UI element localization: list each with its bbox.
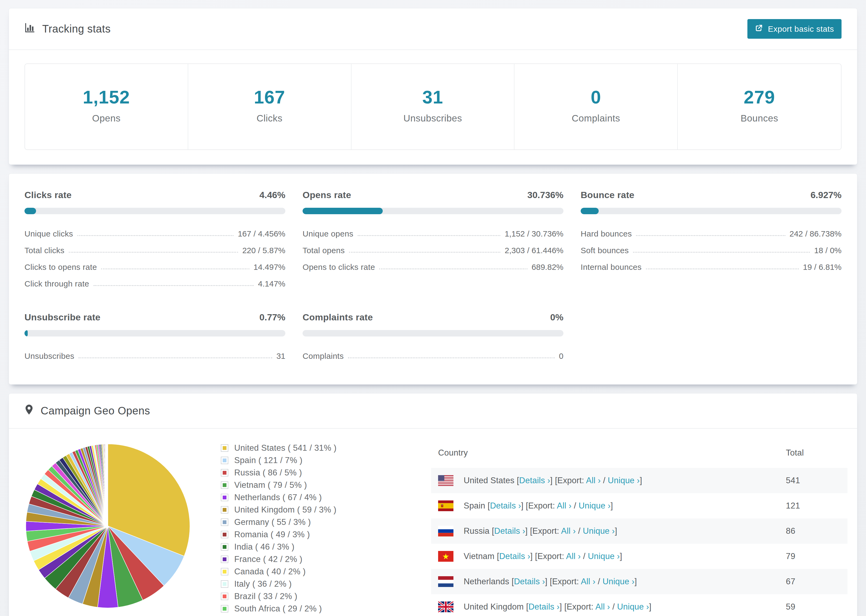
tracking-stats-body: 1,152Opens167Clicks31Unsubscribes0Compla… [9,50,857,165]
geo-total-cell: 67 [779,569,847,594]
export-all-link[interactable]: All › [561,526,576,536]
stat-value: 0 [517,86,674,107]
metric-row: Unique clicks167 / 4.456% [24,225,285,242]
details-link[interactable]: Details › [494,526,526,536]
rate-block-complaints-rate: Complaints rate0%Complaints0 [302,312,564,365]
legend-swatch [221,519,228,525]
metric-leader [636,235,785,236]
country-name: Spain [464,501,485,511]
details-link[interactable]: Details › [519,476,550,485]
bracket-text: [ [509,577,514,586]
geo-table-row-russia: Russia [Details ›] [Export: All › / Uniq… [431,519,847,544]
export-all-link[interactable]: All › [595,602,610,611]
export-unique-link[interactable]: Unique › [583,526,615,536]
legend-swatch [221,556,228,563]
legend-swatch [221,507,228,513]
legend-item-italy[interactable]: Italy ( 36 / 2% ) [221,579,337,589]
legend-item-united-states[interactable]: United States ( 541 / 31% ) [221,443,337,453]
export-basic-stats-label: Export basic stats [768,24,834,34]
metric-value: 1,152 / 30.736% [505,229,564,238]
metric-label: Hard bounces [581,229,632,238]
legend-item-netherlands[interactable]: Netherlands ( 67 / 4% ) [221,493,337,502]
legend-item-russia[interactable]: Russia ( 86 / 5% ) [221,468,337,478]
legend-label: Spain ( 121 / 7% ) [234,456,302,465]
legend-label: Netherlands ( 67 / 4% ) [234,493,322,502]
stat-box-unsubscribes: 31Unsubscribes [351,64,515,149]
flag-es-icon [438,500,453,511]
bracket-text: ] [635,577,637,586]
stat-value: 167 [191,86,348,107]
legend-swatch [221,544,228,550]
legend-item-vietnam[interactable]: Vietnam ( 79 / 5% ) [221,480,337,490]
details-link[interactable]: Details › [529,602,560,611]
legend-item-germany[interactable]: Germany ( 55 / 3% ) [221,517,337,527]
metric-value: 19 / 6.81% [803,262,842,272]
tracking-stats-title: Tracking stats [24,22,110,36]
legend-item-brazil[interactable]: Brazil ( 33 / 2% ) [221,592,337,601]
details-link[interactable]: Details › [499,552,531,561]
export-unique-link[interactable]: Unique › [617,602,649,611]
export-all-link[interactable]: All › [581,577,595,586]
flag-us-icon [438,475,453,486]
rate-title: Unsubscribe rate [24,312,101,322]
legend-label: Brazil ( 33 / 2% ) [234,592,298,601]
metric-label: Total clicks [24,246,65,255]
geo-row-text: United States [Details ›] [Export: All ›… [464,476,642,486]
country-name: Netherlands [464,577,509,586]
tracking-stats-title-text: Tracking stats [42,23,110,35]
metric-row: Unique opens1,152 / 30.736% [302,225,564,242]
legend-label: Romania ( 49 / 3% ) [234,530,310,539]
export-unique-link[interactable]: Unique › [608,476,640,485]
legend-item-india[interactable]: India ( 46 / 3% ) [221,542,337,552]
rate-progress-bar [302,330,564,336]
details-link[interactable]: Details › [514,577,545,586]
legend-item-romania[interactable]: Romania ( 49 / 3% ) [221,530,337,539]
export-all-link[interactable]: All › [586,476,601,485]
metric-leader [633,252,810,253]
export-unique-link[interactable]: Unique › [588,552,620,561]
geo-table-wrap: Country Total United States [Details ›] … [431,438,847,616]
metric-row: Clicks to opens rate14.497% [24,259,285,275]
stat-box-complaints: 0Complaints [515,64,678,149]
rate-value: 0% [550,312,564,322]
legend-label: Canada ( 40 / 2% ) [234,567,306,577]
bracket-text: / [576,526,583,536]
rate-progress-fill [302,208,383,214]
legend-item-united-kingdom[interactable]: United Kingdom ( 59 / 3% ) [221,505,337,515]
export-unique-link[interactable]: Unique › [578,501,611,511]
geo-total-cell: 59 [779,594,847,616]
legend-item-canada[interactable]: Canada ( 40 / 2% ) [221,567,337,577]
metric-row: Internal bounces19 / 6.81% [581,259,842,275]
geo-row-text: Russia [Details ›] [Export: All › / Uniq… [464,526,617,536]
details-link[interactable]: Details › [490,501,521,511]
bracket-text: ] [615,526,617,536]
country-line: Russia [Details ›] [Export: All › / Uniq… [438,526,779,536]
metric-value: 31 [277,352,285,361]
stat-label: Unsubscribes [354,113,512,124]
geo-pie-chart [24,443,191,609]
bracket-text: / [595,577,602,586]
export-all-link[interactable]: All › [557,501,572,511]
country-line: United Kingdom [Details ›] [Export: All … [438,602,779,612]
bracket-text: / [610,602,617,611]
export-unique-link[interactable]: Unique › [603,577,635,586]
legend-item-france[interactable]: France ( 42 / 2% ) [221,555,337,564]
legend-label: Vietnam ( 79 / 5% ) [234,480,307,490]
export-basic-stats-button[interactable]: Export basic stats [747,19,842,39]
stat-box-clicks: 167Clicks [188,64,351,149]
rate-progress-bar [302,208,564,214]
rate-title: Bounce rate [581,190,635,200]
rate-title: Opens rate [302,190,351,200]
metric-row: Unsubscribes31 [24,348,285,365]
metric-label: Total opens [302,246,345,255]
legend-label: India ( 46 / 3% ) [234,542,294,552]
export-all-link[interactable]: All › [566,552,581,561]
metric-value: 689.82% [532,262,564,272]
rate-title: Clicks rate [24,190,72,200]
legend-swatch [221,445,228,451]
legend-item-south-africa[interactable]: South Africa ( 29 / 2% ) [221,604,337,614]
legend-label: France ( 42 / 2% ) [234,555,302,564]
legend-item-spain[interactable]: Spain ( 121 / 7% ) [221,456,337,465]
geo-country-cell: Vietnam [Details ›] [Export: All › / Uni… [431,544,779,569]
country-line: Vietnam [Details ›] [Export: All › / Uni… [438,551,779,562]
